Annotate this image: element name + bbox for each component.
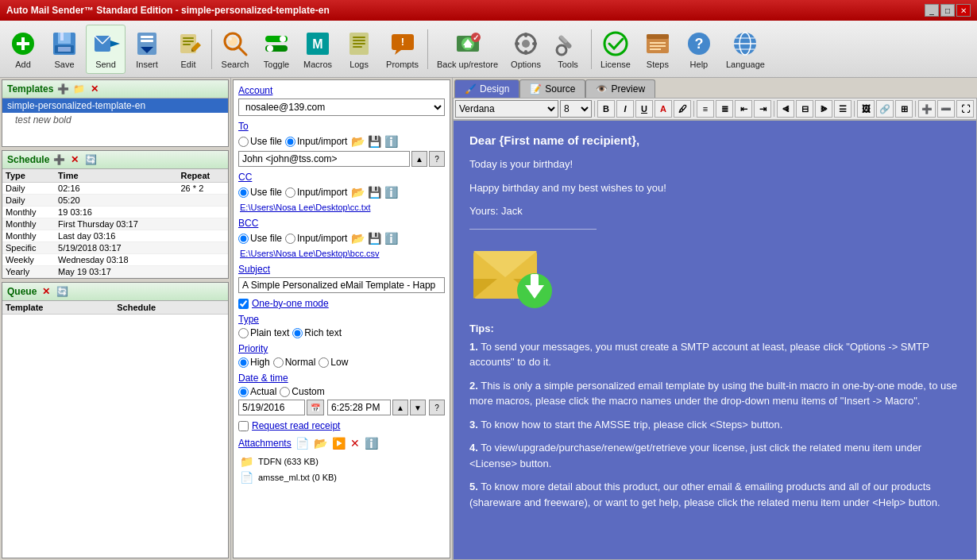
align-center-button[interactable]: ⊟ — [796, 100, 813, 118]
to-open-icon[interactable]: 📂 — [350, 134, 365, 149]
maximize-button[interactable]: □ — [940, 4, 955, 17]
bcc-file-path[interactable]: E:\Users\Nosa Lee\Desktop\bcc.csv — [238, 248, 445, 259]
indent-inc-button[interactable]: ⇥ — [754, 100, 771, 118]
type-plain-radio[interactable] — [238, 328, 249, 338]
one-by-one-label[interactable]: One-by-one mode — [252, 298, 329, 309]
insert-table-button[interactable]: ⊞ — [895, 100, 913, 118]
read-receipt-label[interactable]: Request read receipt — [252, 420, 340, 431]
to-input-option[interactable]: Input/import — [285, 136, 347, 147]
type-plain-option[interactable]: Plain text — [238, 327, 289, 338]
cc-input-option[interactable]: Input/import — [285, 187, 347, 198]
subject-label[interactable]: Subject — [238, 264, 445, 275]
date-input[interactable] — [238, 400, 305, 415]
bcc-use-file-option[interactable]: Use file — [238, 233, 282, 244]
cc-open-icon[interactable]: 📂 — [350, 185, 365, 199]
type-rich-option[interactable]: Rich text — [292, 327, 342, 338]
toolbar-steps[interactable]: Steps — [638, 25, 678, 74]
bcc-input-radio[interactable] — [285, 234, 295, 244]
queue-refresh-btn[interactable]: 🔄 — [56, 285, 68, 298]
account-label[interactable]: Account — [238, 85, 445, 96]
schedule-row[interactable]: Daily05:20 — [2, 195, 228, 207]
to-up-btn[interactable]: ▲ — [411, 151, 427, 167]
priority-high-radio[interactable] — [238, 357, 249, 368]
schedule-row[interactable]: Monthly19 03:16 — [2, 207, 228, 218]
font-color-button[interactable]: A — [655, 100, 672, 118]
schedule-row[interactable]: MonthlyLast day 03:16 — [2, 230, 228, 242]
tab-preview[interactable]: 👁️ Preview — [585, 79, 655, 98]
toolbar-add[interactable]: Add — [3, 25, 43, 74]
align-justify-button[interactable]: ☰ — [834, 100, 851, 118]
toolbar-insert[interactable]: Insert — [127, 25, 167, 74]
attachments-add-folder-icon[interactable]: 📂 — [313, 436, 328, 450]
insert-image-button[interactable]: 🖼 — [857, 100, 875, 118]
highlight-button[interactable]: 🖊 — [674, 100, 691, 118]
font-size-select[interactable]: 8 — [560, 100, 592, 118]
to-label[interactable]: To — [238, 121, 445, 132]
schedule-row[interactable]: Specific5/19/2018 03:17 — [2, 242, 228, 254]
bold-button[interactable]: B — [597, 100, 615, 118]
schedule-row[interactable]: WeeklyWednesday 03:18 — [2, 254, 228, 266]
priority-high-option[interactable]: High — [238, 357, 270, 368]
list-unordered-button[interactable]: ≣ — [716, 100, 733, 118]
minimize-button[interactable]: _ — [925, 4, 939, 17]
to-input-radio[interactable] — [285, 137, 295, 147]
template-sub-item[interactable]: test new bold — [2, 113, 228, 127]
attachments-info-icon[interactable]: ℹ️ — [364, 436, 379, 450]
close-button[interactable]: ✕ — [956, 4, 971, 17]
toolbar-language[interactable]: Language — [720, 25, 770, 74]
datetime-actual-option[interactable]: Actual — [238, 386, 276, 397]
attachment-item-0[interactable]: 📁 TDFN (633 KB) — [238, 454, 445, 469]
to-info-icon[interactable]: ℹ️ — [384, 134, 399, 149]
cc-file-path[interactable]: E:\Users\Nosa Lee\Desktop\cc.txt — [238, 202, 445, 213]
toolbar-macros[interactable]: M Macros — [298, 25, 338, 74]
zoom-out-button[interactable]: ➖ — [937, 100, 955, 118]
priority-normal-option[interactable]: Normal — [273, 357, 316, 368]
align-left-button[interactable]: ⫷ — [777, 100, 794, 118]
toolbar-prompts[interactable]: ! Prompts — [380, 25, 424, 74]
schedule-row[interactable]: YearlyMay 19 03:17 — [2, 266, 228, 278]
to-help-btn[interactable]: ? — [429, 151, 445, 167]
fullscreen-button[interactable]: ⛶ — [956, 100, 974, 118]
account-select[interactable]: nosalee@139.com — [238, 98, 445, 116]
one-by-one-checkbox[interactable] — [238, 299, 249, 309]
toolbar-options[interactable]: Options — [505, 25, 546, 74]
font-family-select[interactable]: Verdana — [455, 100, 558, 118]
indent-dec-button[interactable]: ⇤ — [735, 100, 752, 118]
datetime-custom-radio[interactable] — [280, 387, 290, 397]
attachments-label[interactable]: Attachments — [238, 438, 292, 449]
toolbar-license[interactable]: License — [595, 25, 636, 74]
attachments-add-file-icon[interactable]: 📄 — [295, 436, 310, 450]
datetime-custom-option[interactable]: Custom — [280, 386, 324, 397]
priority-normal-radio[interactable] — [273, 357, 284, 368]
list-ordered-button[interactable]: ≡ — [697, 100, 714, 118]
underline-button[interactable]: U — [635, 100, 653, 118]
time-down-btn[interactable]: ▼ — [410, 400, 426, 415]
toolbar-toggle[interactable]: Toggle — [257, 25, 296, 74]
datetime-actual-radio[interactable] — [238, 387, 249, 397]
toolbar-save[interactable]: Save — [44, 25, 84, 74]
schedule-row[interactable]: MonthlyFirst Thursday 03:17 — [2, 218, 228, 230]
toolbar-help[interactable]: ? Help — [679, 25, 719, 74]
tab-source[interactable]: 📝 Source — [519, 79, 585, 98]
bcc-use-file-radio[interactable] — [238, 234, 249, 244]
subject-input[interactable] — [238, 277, 445, 293]
type-rich-radio[interactable] — [292, 328, 303, 338]
schedule-refresh-btn[interactable]: 🔄 — [84, 153, 97, 166]
to-save-icon[interactable]: 💾 — [367, 134, 382, 149]
to-use-file-option[interactable]: Use file — [238, 136, 282, 147]
bcc-info-icon[interactable]: ℹ️ — [384, 231, 399, 245]
toolbar-send[interactable]: Send — [86, 25, 126, 74]
template-item[interactable]: simple-personalized-template-en — [2, 98, 228, 113]
attachments-play-icon[interactable]: ▶️ — [331, 436, 346, 450]
templates-delete-btn[interactable]: ✕ — [88, 83, 101, 95]
bcc-open-icon[interactable]: 📂 — [350, 231, 365, 245]
bcc-label[interactable]: BCC — [238, 218, 445, 229]
datetime-help-btn[interactable]: ? — [429, 400, 445, 415]
cc-use-file-radio[interactable] — [238, 187, 249, 198]
to-use-file-radio[interactable] — [238, 137, 249, 147]
schedule-row[interactable]: Daily02:1626 * 2 — [2, 183, 228, 195]
toolbar-logs[interactable]: Logs — [339, 25, 379, 74]
cc-use-file-option[interactable]: Use file — [238, 187, 282, 198]
priority-low-radio[interactable] — [319, 357, 329, 368]
toolbar-tools[interactable]: Tools — [548, 25, 588, 74]
